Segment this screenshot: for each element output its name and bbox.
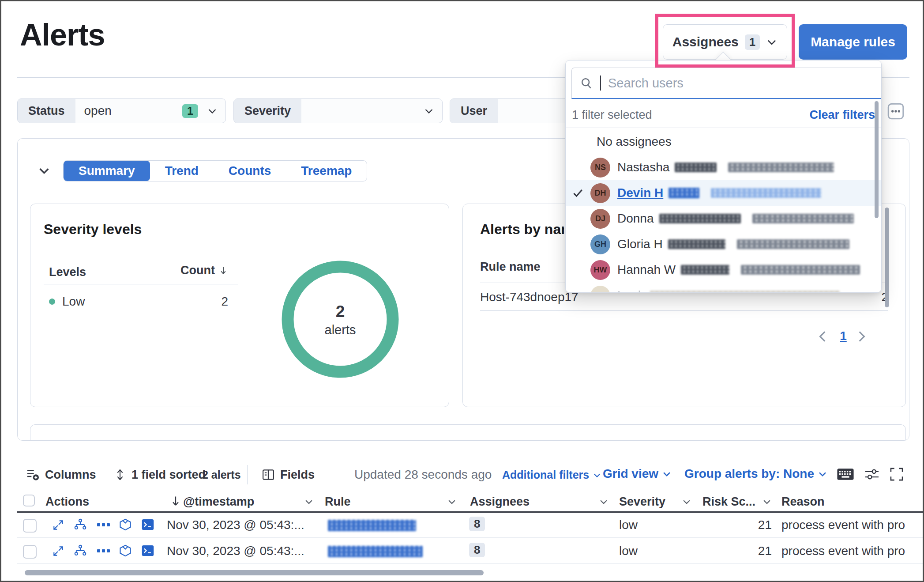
row-separator xyxy=(17,537,924,538)
column-menu-chevron[interactable] xyxy=(682,497,691,506)
sort-descending-icon xyxy=(218,265,228,276)
updated-status-text: Updated 28 seconds ago xyxy=(354,468,492,482)
sort-descending-icon[interactable] xyxy=(170,495,181,507)
panel-scrollbar[interactable] xyxy=(885,208,889,307)
column-menu-chevron[interactable] xyxy=(447,497,457,506)
column-header-risk-score[interactable]: Risk Sc... xyxy=(702,495,755,509)
alert-risk-score: 21 xyxy=(737,544,772,558)
additional-filters-button[interactable]: Additional filters xyxy=(502,469,601,481)
column-menu-chevron[interactable] xyxy=(304,497,314,506)
severity-level-count: 2 xyxy=(221,295,228,309)
chevron-down-icon xyxy=(766,36,778,48)
tab-treemap[interactable]: Treemap xyxy=(286,161,367,181)
expand-alert-icon[interactable] xyxy=(52,545,64,557)
redacted-email xyxy=(741,265,860,275)
alerts-page: Alerts Assignees 1 Manage rules Status o… xyxy=(0,0,924,582)
user-option-nastasha[interactable]: NS Nastasha xyxy=(566,155,881,180)
filter-options-icon[interactable] xyxy=(887,103,904,120)
chevron-down-icon xyxy=(818,469,827,479)
column-header-assignees[interactable]: Assignees xyxy=(470,495,530,509)
investigate-timeline-icon[interactable] xyxy=(119,518,132,531)
pagination-page-1[interactable]: 1 xyxy=(834,329,852,343)
keyboard-shortcuts-icon[interactable] xyxy=(837,467,854,482)
assignees-count-badge[interactable]: 8 xyxy=(469,517,485,531)
column-header-reason: Reason xyxy=(781,495,825,509)
horizontal-scrollbar[interactable] xyxy=(25,570,484,575)
expand-alert-icon[interactable] xyxy=(52,519,64,531)
severity-filter[interactable]: Severity xyxy=(233,98,443,123)
alert-reason: process event with pro xyxy=(781,544,924,558)
next-section-panel-edge xyxy=(30,424,906,440)
session-view-icon[interactable] xyxy=(141,544,154,557)
session-view-icon[interactable] xyxy=(141,518,154,531)
status-filter-label: Status xyxy=(18,99,75,123)
manage-rules-label: Manage rules xyxy=(811,34,895,49)
clear-filters-link[interactable]: Clear filters xyxy=(809,108,875,122)
count-column-header[interactable]: Count xyxy=(178,264,228,277)
assignees-popover: Search users 1 filter selected Clear fil… xyxy=(565,60,882,293)
fullscreen-icon[interactable] xyxy=(889,467,904,482)
more-actions-icon[interactable] xyxy=(97,548,110,554)
group-alerts-button[interactable]: Group alerts by: None xyxy=(684,467,827,481)
avatar: DJ xyxy=(590,209,610,229)
manage-rules-button[interactable]: Manage rules xyxy=(799,24,907,60)
redacted-rule-name[interactable] xyxy=(328,546,423,557)
tab-trend[interactable]: Trend xyxy=(150,161,214,181)
assignees-count-badge[interactable]: 8 xyxy=(469,543,485,557)
user-option-devin[interactable]: DH Devin H xyxy=(566,180,881,206)
more-actions-icon[interactable] xyxy=(97,522,110,528)
alert-timestamp: Nov 30, 2023 @ 05:43:... xyxy=(167,518,304,532)
select-all-checkbox[interactable] xyxy=(23,495,35,506)
search-users-input[interactable]: Search users xyxy=(571,68,882,99)
status-filter-value: open xyxy=(84,104,112,118)
pagination-next-icon[interactable] xyxy=(854,329,869,344)
column-menu-chevron[interactable] xyxy=(762,497,772,506)
collapse-chevron-icon[interactable] xyxy=(38,164,51,177)
avatar: LT xyxy=(590,286,610,293)
low-severity-dot xyxy=(49,299,55,305)
sorted-fields-button[interactable]: 1 field sorted xyxy=(114,466,206,484)
inspect-settings-icon[interactable] xyxy=(864,468,880,481)
redacted-name xyxy=(668,239,725,249)
column-header-timestamp[interactable]: @timestamp xyxy=(183,495,254,509)
fields-button[interactable]: Fields xyxy=(262,466,315,484)
redacted-name xyxy=(650,291,840,293)
row-checkbox[interactable] xyxy=(23,545,37,559)
fields-icon xyxy=(262,468,275,481)
user-option-donna[interactable]: DJ Donna xyxy=(566,206,881,231)
no-assignees-option[interactable]: No assignees xyxy=(566,129,881,155)
redacted-name xyxy=(675,163,717,172)
redacted-rule-name[interactable] xyxy=(328,520,416,531)
column-header-rule[interactable]: Rule xyxy=(325,495,351,509)
tab-counts[interactable]: Counts xyxy=(214,161,286,181)
alert-risk-score: 21 xyxy=(737,518,772,532)
redacted-name xyxy=(659,214,741,223)
filter-selected-summary: 1 filter selected xyxy=(572,108,652,122)
redacted-email xyxy=(711,188,821,198)
column-menu-chevron[interactable] xyxy=(599,497,608,506)
assignees-button-label: Assignees xyxy=(672,34,739,49)
popover-scrollbar[interactable] xyxy=(875,101,879,218)
row-checkbox[interactable] xyxy=(23,519,37,533)
grid-view-button[interactable]: Grid view xyxy=(603,467,672,481)
alert-row: Nov 30, 2023 @ 05:43:... 8 low 21 proces… xyxy=(1,513,924,537)
user-option-leah[interactable]: LT Leah xyxy=(566,283,881,293)
assignees-count-badge: 1 xyxy=(745,34,760,50)
analyze-event-icon[interactable] xyxy=(74,518,87,531)
status-filter[interactable]: Status open 1 xyxy=(17,98,226,123)
user-option-hannah[interactable]: HW Hannah W xyxy=(566,257,881,283)
donut-center-label: alerts xyxy=(281,323,400,337)
analyze-event-icon[interactable] xyxy=(74,544,87,557)
redacted-email xyxy=(752,214,854,223)
investigate-timeline-icon[interactable] xyxy=(119,544,132,557)
column-header-severity[interactable]: Severity xyxy=(619,495,665,509)
columns-button[interactable]: Columns xyxy=(26,466,96,484)
avatar: HW xyxy=(590,260,610,280)
avatar: NS xyxy=(590,158,610,178)
pagination-prev-icon[interactable] xyxy=(815,329,830,344)
alert-reason: process event with pro xyxy=(781,518,924,532)
text-caret xyxy=(600,76,601,91)
severity-level-row: Low 2 xyxy=(49,290,228,313)
tab-summary[interactable]: Summary xyxy=(64,161,150,181)
user-option-gloria[interactable]: GH Gloria H xyxy=(566,231,881,257)
